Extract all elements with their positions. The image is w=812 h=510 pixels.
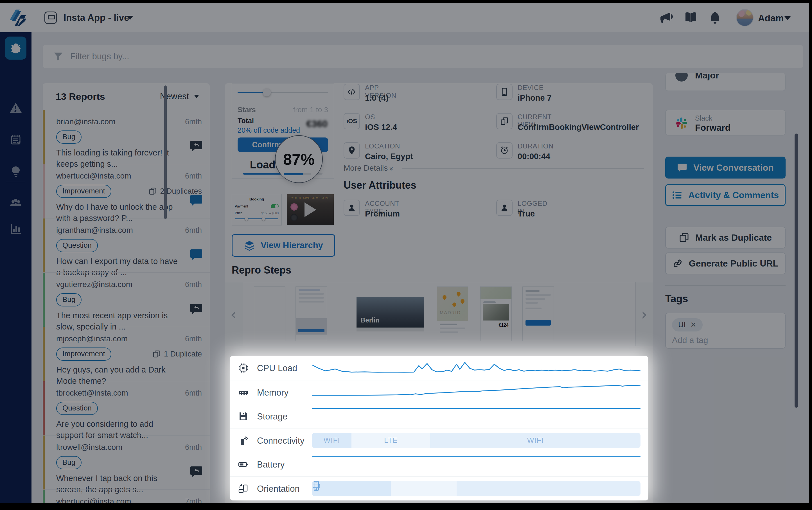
segment: WIFI (312, 433, 351, 448)
repro-thumb-booking[interactable] (522, 287, 554, 341)
filter-input[interactable]: Filter bugs by... (70, 52, 129, 62)
sidebar-item-feature-requests[interactable] (0, 160, 31, 183)
survey-icon (9, 133, 22, 146)
clock-icon (496, 142, 513, 158)
sidebar-item-analytics[interactable] (0, 218, 31, 240)
battery-icon (238, 459, 249, 470)
metric-row-orientation: Orientation (230, 476, 648, 500)
memory-icon (238, 387, 249, 398)
view-conversation-button[interactable]: View Conversation (665, 157, 786, 179)
user-menu[interactable]: Adam (758, 13, 784, 24)
sidebar-item-team[interactable] (0, 191, 31, 214)
user-attributes-heading: User Attributes (344, 179, 416, 191)
metric-chart (312, 452, 640, 476)
mark-duplicate-button[interactable]: Mark as Duplicate (665, 227, 786, 248)
attachment-thumb-booking[interactable]: Booking Payment Price$150 – $563 (232, 194, 282, 226)
connectivity-timeline: WIFILTEWIFI (312, 433, 640, 448)
person-icon (496, 200, 513, 216)
carousel-prev-button[interactable]: ‹ (225, 282, 242, 346)
report-list-scrollbar[interactable] (164, 86, 167, 219)
sidebar-item-crashes[interactable] (0, 96, 31, 119)
chat-icon (190, 194, 202, 206)
app-window: Insta App - live Adam (0, 3, 809, 503)
slack-action: Forward (695, 123, 730, 133)
severity-color-bar (43, 327, 45, 381)
report-list-item[interactable]: mjoseph@insta.com6mthImprovement1 Duplic… (43, 327, 210, 381)
report-list-item[interactable]: brian@insta.com6mthBugThis loading is ta… (43, 110, 210, 164)
sidebar-item-surveys[interactable] (0, 128, 31, 151)
report-list-item[interactable]: tbrockett@insta.com6mthQuestionAre you c… (43, 381, 210, 435)
analytics-icon (9, 223, 22, 236)
connectivity-icon (238, 435, 249, 446)
report-age: 6mth (185, 172, 202, 180)
reply-icon (190, 303, 202, 314)
repro-steps-heading: Repro Steps (232, 264, 291, 276)
orientation-icon (238, 483, 249, 494)
tags-input-box[interactable]: UI✕ Add a tag (665, 312, 786, 349)
repro-thumb-map[interactable]: MADRID (437, 287, 468, 341)
slack-forward-card[interactable]: Slack Forward (665, 110, 786, 136)
reporter-email: vgutierrez@insta.com (56, 280, 133, 289)
user-caret-icon[interactable] (784, 16, 791, 20)
avatar[interactable] (736, 9, 754, 26)
severity-color-bar (43, 381, 45, 435)
warning-icon (9, 101, 22, 114)
carousel-slide-area: Berlin MADRID €124 (243, 282, 635, 346)
repro-steps-carousel: ‹ › Berlin MADRID (225, 282, 653, 347)
filter-bar[interactable]: Filter bugs by... (43, 45, 803, 68)
play-icon (304, 203, 316, 217)
duplicate-icon (679, 233, 689, 243)
app-icon[interactable] (45, 11, 57, 24)
repro-thumb-search[interactable] (295, 287, 327, 341)
announcements-icon[interactable] (660, 11, 674, 25)
magnifier-overlay: 87% (275, 135, 323, 183)
reporter-email: brian@insta.com (56, 117, 116, 126)
report-list-item[interactable]: wbertucci@insta.com6mthImprovement2 Dupl… (43, 164, 210, 218)
instabug-logo[interactable] (7, 7, 28, 28)
metric-label: Battery (257, 460, 285, 470)
report-list-item[interactable]: vgutierrez@insta.com6mthBugThe most rece… (43, 272, 210, 327)
severity-color-bar (43, 273, 45, 327)
project-caret-icon[interactable] (127, 16, 133, 20)
metric-chart (312, 477, 640, 501)
project-selector[interactable]: Insta App - live (63, 12, 129, 23)
report-type-badge: Question (56, 402, 98, 415)
report-age: 6mth (185, 389, 202, 397)
severity-color-bar (43, 164, 45, 218)
repro-thumb-berlin[interactable]: Berlin (356, 297, 424, 331)
duplicates-count: 2 Duplicates (149, 187, 202, 196)
metric-label: Connectivity (257, 436, 304, 446)
mini-video-title: YOUR AWESOME APP (287, 197, 334, 200)
preview-promo-label: 20% off code added (238, 126, 300, 134)
more-details-toggle[interactable]: More Details » (344, 163, 393, 173)
reporter-email: wbertucci@insta.com (56, 497, 131, 503)
metric-label: Storage (257, 412, 288, 422)
report-list-item[interactable]: wbertucci@insta.com7mth (43, 489, 210, 503)
code-icon (344, 84, 360, 100)
sidebar-item-bugs[interactable] (5, 36, 26, 60)
add-tag-input[interactable]: Add a tag (672, 335, 779, 345)
reports-count: 13 Reports (56, 91, 105, 102)
page-scrollbar[interactable] (794, 133, 798, 408)
preview-slider (238, 92, 328, 93)
segment: WIFI (430, 433, 640, 448)
metric-row-cpu-load: CPU Load (230, 356, 648, 380)
segment (312, 481, 391, 496)
tag-remove-icon[interactable]: ✕ (690, 321, 696, 329)
activity-list-icon (672, 190, 682, 200)
generate-public-url-button[interactable]: Generate Public URL (665, 252, 786, 274)
attachment-thumb-video[interactable]: YOUR AWESOME APP (287, 194, 334, 226)
severity-card[interactable]: Major (665, 73, 786, 91)
report-list-item[interactable]: ltrowell@insta.com6mthBugWhenever I tap … (43, 435, 210, 489)
metric-row-connectivity: ConnectivityWIFILTEWIFI (230, 428, 648, 452)
docs-icon[interactable] (684, 11, 698, 25)
view-hierarchy-button[interactable]: View Hierarchy (232, 234, 335, 257)
report-type-badge: Question (56, 239, 98, 252)
repro-thumb-hotel[interactable]: €124 (480, 287, 512, 341)
activity-comments-button[interactable]: Activity & Comments (665, 184, 786, 206)
phone-icon (496, 84, 513, 100)
repro-thumb-blank[interactable] (254, 287, 285, 341)
carousel-next-button[interactable]: › (635, 282, 653, 346)
report-list-item[interactable]: igrantham@insta.com6mthQuestionHow can I… (43, 218, 210, 272)
notifications-icon[interactable] (708, 11, 722, 25)
